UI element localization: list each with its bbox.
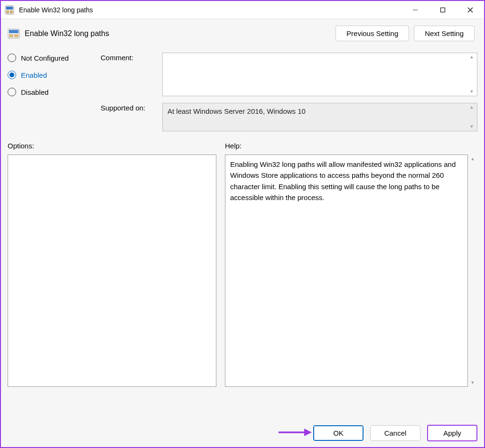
app-icon	[5, 5, 14, 15]
supported-scroll[interactable]: ▲ ▼	[467, 103, 476, 131]
policy-editor-window: Enable Win32 long paths	[0, 0, 485, 448]
radio-enabled[interactable]: Enabled	[8, 71, 89, 79]
state-radio-group: Not Configured Enabled Disabled	[8, 53, 89, 131]
svg-rect-5	[441, 8, 445, 12]
panels-labels: Options: Help:	[8, 142, 477, 150]
svg-rect-1	[6, 7, 13, 9]
window-title: Enable Win32 long paths	[19, 6, 401, 14]
policy-icon	[8, 27, 20, 40]
config-row: Not Configured Enabled Disabled Comment:…	[8, 53, 477, 131]
help-scrollbar[interactable]: ▲ ▼	[468, 155, 477, 387]
header-row: Enable Win32 long paths Previous Setting…	[8, 26, 477, 41]
panels-row: Enabling Win32 long paths will allow man…	[8, 155, 477, 416]
svg-rect-11	[14, 34, 19, 37]
scroll-down-icon: ▼	[468, 380, 477, 385]
fields-col: Comment: ▲ ▼ Supported on: At least Wind…	[101, 53, 477, 131]
setting-title: Enable Win32 long paths	[25, 29, 336, 38]
help-wrap: Enabling Win32 long paths will allow man…	[225, 155, 477, 416]
svg-rect-10	[9, 34, 13, 37]
next-setting-button[interactable]: Next Setting	[414, 26, 475, 41]
dialog-body: Enable Win32 long paths Previous Setting…	[1, 19, 484, 447]
radio-icon	[8, 54, 16, 62]
radio-disabled[interactable]: Disabled	[8, 88, 89, 96]
footer-buttons: OK Cancel Apply	[8, 416, 477, 441]
svg-rect-2	[6, 10, 9, 13]
svg-rect-9	[9, 30, 19, 33]
comment-scroll[interactable]: ▲ ▼	[467, 53, 476, 96]
options-panel	[8, 155, 216, 387]
comment-textarea[interactable]: ▲ ▼	[162, 53, 477, 96]
scroll-up-icon: ▲	[468, 156, 477, 161]
radio-label: Not Configured	[21, 54, 69, 62]
radio-label: Enabled	[21, 71, 47, 79]
titlebar: Enable Win32 long paths	[1, 1, 484, 19]
apply-button[interactable]: Apply	[427, 425, 477, 441]
maximize-button[interactable]	[429, 1, 457, 18]
close-button[interactable]	[457, 1, 484, 18]
window-controls	[401, 1, 484, 18]
help-label: Help:	[225, 142, 242, 150]
ok-button[interactable]: OK	[313, 425, 364, 441]
supported-on-box: At least Windows Server 2016, Windows 10…	[162, 103, 477, 131]
cancel-button[interactable]: Cancel	[370, 425, 420, 441]
comment-label: Comment:	[101, 53, 162, 62]
nav-buttons: Previous Setting Next Setting	[336, 26, 475, 41]
radio-label: Disabled	[21, 88, 48, 96]
scroll-up-icon: ▲	[467, 105, 476, 110]
previous-setting-button[interactable]: Previous Setting	[336, 26, 409, 41]
scroll-up-icon: ▲	[467, 55, 476, 59]
svg-rect-3	[10, 10, 13, 13]
help-text: Enabling Win32 long paths will allow man…	[230, 160, 456, 201]
scroll-down-icon: ▼	[467, 125, 476, 129]
radio-icon	[8, 71, 16, 79]
scroll-down-icon: ▼	[467, 90, 476, 94]
radio-not-configured[interactable]: Not Configured	[8, 54, 89, 62]
help-panel: Enabling Win32 long paths will allow man…	[225, 155, 468, 387]
supported-on-value: At least Windows Server 2016, Windows 10	[168, 107, 306, 115]
supported-label: Supported on:	[101, 103, 162, 112]
radio-icon	[8, 88, 16, 96]
minimize-button[interactable]	[401, 1, 429, 18]
options-label: Options:	[8, 142, 216, 150]
